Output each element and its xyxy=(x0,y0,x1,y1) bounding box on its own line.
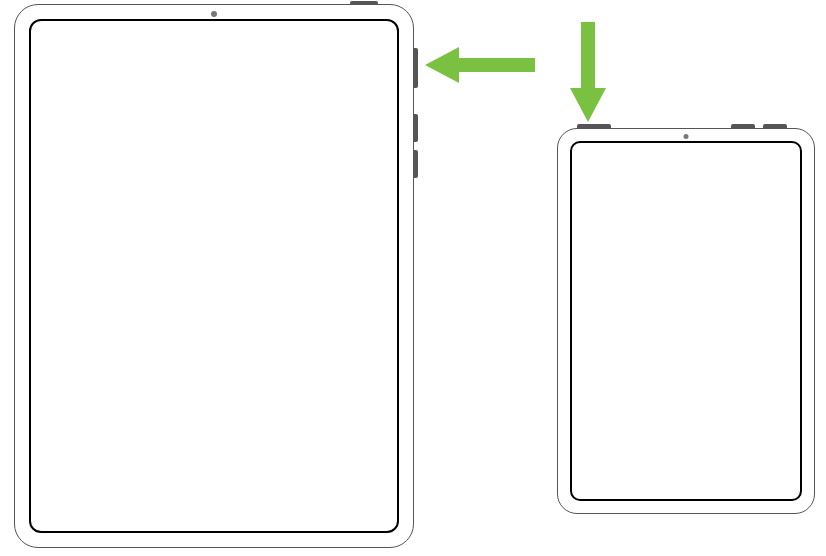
ipad-large-side-button xyxy=(414,48,418,88)
ipad-large-camera-icon xyxy=(211,11,217,17)
svg-marker-0 xyxy=(425,47,535,83)
arrow-down-icon xyxy=(567,22,609,126)
diagram-canvas xyxy=(0,0,826,556)
ipad-large-screen xyxy=(29,19,399,533)
ipad-small-camera-icon xyxy=(684,134,689,139)
ipad-small-frame xyxy=(557,128,815,514)
ipad-small-device xyxy=(557,128,815,514)
ipad-large-volume-down-button xyxy=(414,150,418,178)
arrow-left-icon xyxy=(425,44,535,90)
ipad-large-volume-up-button xyxy=(414,114,418,142)
ipad-large-frame xyxy=(14,4,414,548)
svg-marker-1 xyxy=(570,22,606,122)
ipad-large-device xyxy=(14,4,414,548)
ipad-small-screen xyxy=(570,141,802,501)
